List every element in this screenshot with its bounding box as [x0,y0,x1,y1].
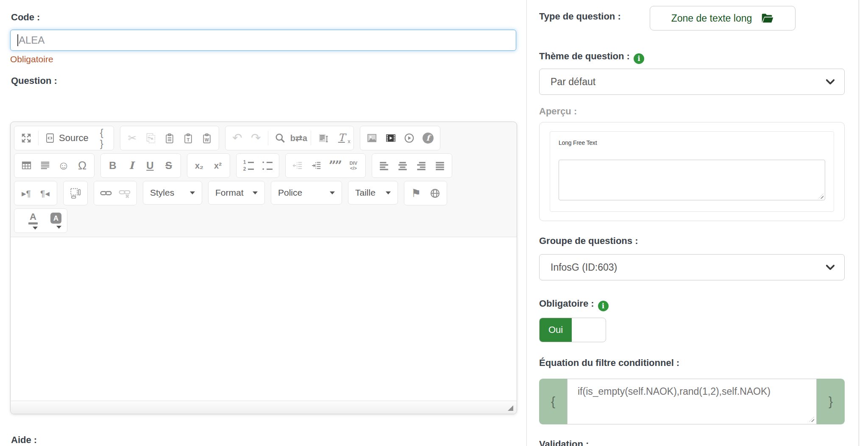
smiley-icon[interactable]: ☺ [55,155,72,176]
toolbar-row-4: A A [14,208,513,233]
mandatory-toggle[interactable]: Oui [539,318,606,342]
paste-text-icon[interactable]: T [179,128,197,148]
preview-label: Aperçu : [539,106,577,117]
superscript-icon[interactable]: x² [209,155,227,176]
question-group-select[interactable]: InfosG (ID:603) [539,254,845,280]
chevron-down-icon [33,227,38,230]
toolbar-separator [38,131,39,145]
flash-icon[interactable]: f [419,128,437,148]
cut-icon[interactable]: ✂ [123,128,141,148]
font-size-dropdown[interactable]: Taille [348,181,398,205]
horizontal-rule-icon[interactable] [36,155,54,176]
toolbar-row-3: ▸¶ ¶◂ [14,181,513,205]
toolbar-row-2: ☺ Ω B I U S x₂ x² 1 2 [14,153,513,178]
copy-icon[interactable]: ⎘ [142,128,160,148]
form-object-icon[interactable] [67,183,84,203]
chevron-down-icon [253,191,258,194]
toolbar-group-links [94,181,137,205]
question-type-button[interactable]: Zone de texte long [650,6,796,30]
source-button-label: Source [59,133,89,143]
remove-format-icon[interactable]: T x [333,128,351,148]
equation-open-brace: { [539,379,567,424]
toolbar-group-source: Source {} [14,126,114,150]
div-container-icon[interactable]: DIV</> [345,155,362,176]
question-theme-select[interactable]: Par défaut [539,69,845,95]
chevron-down-icon [190,191,195,194]
paste-word-icon[interactable]: W [198,128,216,148]
bulleted-list-icon[interactable]: • • [258,155,276,176]
align-left-icon[interactable] [375,155,393,176]
strikethrough-icon[interactable]: S [160,155,178,176]
font-dropdown-label: Police [278,188,302,198]
bold-icon[interactable]: B [104,155,122,176]
maximize-icon[interactable] [17,128,35,148]
align-right-icon[interactable] [412,155,430,176]
filter-equation-input[interactable]: if(is_empty(self.NAOK),rand(1,2),self.NA… [567,379,817,424]
editor-toolbar: Source {} ✂ ⎘ T [11,122,517,237]
textarea-resize-handle[interactable] [809,417,814,422]
preview-textarea[interactable] [559,160,825,200]
italic-icon[interactable]: I [122,155,140,176]
redo-icon[interactable]: ↷ [247,128,265,148]
panel-divider [526,0,527,446]
globe-icon[interactable] [426,183,444,203]
preview-question-text: Long Free Text [559,139,825,146]
toolbar-group-media: f [360,126,440,150]
blockquote-icon[interactable]: ”” [326,155,344,176]
direction-rtl-icon[interactable]: ¶◂ [36,183,54,203]
anchor-flag-icon[interactable]: ⚑ [407,183,425,203]
styles-dropdown-label: Styles [150,188,174,198]
undo-icon[interactable]: ↶ [228,128,246,148]
question-type-label: Type de question : [539,11,621,22]
svg-text:T: T [186,137,189,142]
format-dropdown-label: Format [215,188,244,198]
replace-icon[interactable]: b⇄a [290,128,308,148]
justify-icon[interactable] [431,155,449,176]
align-center-icon[interactable] [394,155,412,176]
rich-text-editor: Source {} ✂ ⎘ T [10,122,517,414]
underline-icon[interactable]: U [141,155,159,176]
font-dropdown[interactable]: Police [271,181,342,205]
media-play-icon[interactable] [401,128,418,148]
select-all-icon[interactable] [314,128,332,148]
textarea-resize-handle[interactable] [818,194,823,199]
info-icon[interactable]: i [598,301,609,311]
subscript-icon[interactable]: x₂ [190,155,208,176]
question-group-value: InfosG (ID:603) [551,262,617,273]
toolbar-group-anchor-lang: ⚑ [404,181,447,205]
folder-open-icon [761,13,774,24]
image-icon[interactable] [363,128,381,148]
source-icon [45,133,55,144]
link-icon[interactable] [97,183,115,203]
paste-icon[interactable] [161,128,178,148]
table-icon[interactable] [17,155,35,176]
code-label: Code : [11,12,40,23]
unlink-icon[interactable] [116,183,134,203]
styles-dropdown[interactable]: Styles [143,181,202,205]
question-theme-label: Thème de question :i [539,51,644,64]
text-color-icon[interactable]: A [17,211,40,231]
toolbar-group-object [63,181,88,205]
direction-ltr-icon[interactable]: ▸¶ [17,183,35,203]
editor-resize-handle[interactable] [508,405,513,411]
indent-icon[interactable] [307,155,325,176]
svg-text:W: W [205,137,209,142]
code-input[interactable]: ALEA [10,30,516,51]
toolbar-group-align [372,153,452,178]
filter-equation-value: if(is_empty(self.NAOK),rand(1,2),self.NA… [578,386,771,397]
background-color-icon[interactable]: A [41,211,64,231]
numbered-list-icon[interactable]: 1 2 [239,155,257,176]
video-icon[interactable] [382,128,400,148]
search-icon[interactable] [271,128,289,148]
help-label: Aide : [11,435,37,446]
format-dropdown[interactable]: Format [208,181,265,205]
required-note: Obligatoire [10,54,53,64]
special-char-icon[interactable]: Ω [73,155,91,176]
info-icon[interactable]: i [634,53,644,64]
validation-label: Validation : [539,439,589,446]
placeholder-fields-icon[interactable]: {} [93,128,111,148]
preview-panel: Long Free Text [539,122,845,221]
editor-content-area[interactable] [11,237,517,401]
source-button[interactable]: Source [42,128,92,148]
outdent-icon[interactable] [289,155,306,176]
